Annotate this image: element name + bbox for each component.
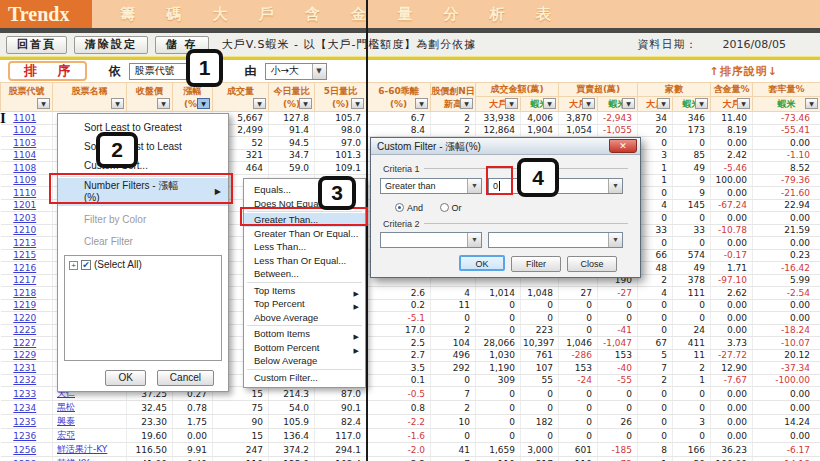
stock-code-link[interactable]: 1232 bbox=[13, 375, 36, 385]
table-cell: 0 bbox=[638, 137, 673, 150]
table-cell: 0.00 bbox=[711, 387, 753, 401]
table-cell: 2 bbox=[431, 124, 476, 137]
submenu-item[interactable]: Below Average bbox=[244, 354, 365, 368]
table-cell: -73.46 bbox=[753, 112, 820, 125]
stock-code-link[interactable]: 1210 bbox=[13, 225, 36, 235]
table-cell: 0.00 bbox=[711, 299, 753, 312]
table-cell: 0.00 bbox=[711, 237, 753, 250]
dropdown-ok-button[interactable]: OK bbox=[105, 370, 145, 386]
stock-code-link[interactable]: 1234 bbox=[13, 403, 36, 413]
stock-code-link[interactable]: 1217 bbox=[13, 275, 36, 285]
filter-button-icon[interactable]: ▼ bbox=[505, 98, 518, 109]
submenu-item[interactable]: Between... bbox=[244, 267, 365, 281]
filter-button-icon[interactable]: ▼ bbox=[415, 98, 428, 109]
filter-button-icon[interactable]: ▼ bbox=[622, 98, 635, 109]
stock-code-link[interactable]: 1227 bbox=[13, 338, 36, 348]
dialog-close-button[interactable]: Close bbox=[567, 256, 617, 272]
submenu-item[interactable]: Above Average bbox=[244, 311, 365, 325]
stock-code-link[interactable]: 1108 bbox=[13, 163, 36, 173]
radio-and[interactable] bbox=[395, 203, 404, 212]
submenu-item[interactable]: Top Items▶ bbox=[244, 284, 365, 298]
stock-code-link[interactable]: 1201 bbox=[13, 200, 36, 210]
clear-settings-button[interactable]: 清除設定 bbox=[74, 36, 148, 54]
filter-button-icon[interactable]: ▼ bbox=[737, 98, 750, 109]
submenu-item[interactable]: Custom Filter... bbox=[244, 371, 365, 385]
stock-code-link[interactable]: 1236 bbox=[13, 431, 36, 441]
stock-code-link[interactable]: 1110 bbox=[13, 188, 36, 198]
criteria2-value-input[interactable]: ▼ bbox=[488, 232, 623, 248]
criteria1-operator-select[interactable]: Greater than ▼ bbox=[380, 178, 482, 194]
stock-code-link[interactable]: 1233 bbox=[13, 389, 36, 399]
filter-button-icon[interactable]: ▼ bbox=[657, 98, 670, 109]
criteria2-operator-select[interactable]: ▼ bbox=[380, 232, 482, 248]
table-cell: 0 bbox=[638, 415, 673, 429]
dropdown-cancel-button[interactable]: Cancel bbox=[157, 370, 214, 386]
submenu-item[interactable]: Less Than Or Equal... bbox=[244, 254, 365, 268]
stock-code-link[interactable]: 1229 bbox=[13, 350, 36, 360]
stock-code-link[interactable]: 1102 bbox=[13, 125, 36, 135]
filter-button-icon[interactable]: ▼ bbox=[157, 98, 170, 109]
stock-name-link[interactable]: 黑松 bbox=[57, 402, 75, 412]
filter-value-listbox[interactable]: +✔(Select All) bbox=[64, 255, 222, 361]
close-icon[interactable]: ✕ bbox=[609, 139, 637, 153]
submenu-item[interactable]: Top Percent▶ bbox=[244, 297, 365, 311]
stock-code-link[interactable]: 1213 bbox=[13, 238, 36, 248]
stock-code-link[interactable]: 1101 bbox=[13, 113, 36, 123]
dialog-title-bar[interactable]: Custom Filter - 漲幅(%) ✕ bbox=[371, 138, 640, 155]
submenu-item[interactable]: Bottom Percent▶ bbox=[244, 341, 365, 355]
menu-item[interactable]: Sort Least to Greatest bbox=[58, 118, 228, 137]
column-header-3: 收盤價▼ bbox=[127, 83, 173, 112]
stock-name-link[interactable]: 宏亞 bbox=[57, 430, 75, 440]
filter-button-icon[interactable]: ▼ bbox=[253, 98, 266, 109]
table-cell: -27.72 bbox=[711, 349, 753, 362]
menu-item[interactable]: Sort Greatest to Least bbox=[58, 137, 228, 156]
sort-direction-select[interactable]: 小→大 ▼ bbox=[265, 63, 327, 80]
table-cell: 517 bbox=[521, 457, 559, 461]
stock-code-link[interactable]: 1216 bbox=[13, 263, 36, 273]
sort-button[interactable]: 排 序 bbox=[8, 61, 87, 81]
stock-code-link[interactable]: 1235 bbox=[13, 417, 36, 427]
dialog-title: Custom Filter - 漲幅(%) bbox=[377, 141, 481, 152]
checkbox-checked-icon[interactable]: ✔ bbox=[81, 260, 91, 270]
stock-code-link[interactable]: 1215 bbox=[13, 250, 36, 260]
filter-button-icon[interactable]: ▼ bbox=[111, 98, 124, 109]
stock-code-link[interactable]: 1203 bbox=[13, 213, 36, 223]
column-header-5: 成交量▼ bbox=[213, 83, 269, 112]
filter-button-icon[interactable]: ▼ bbox=[805, 98, 818, 109]
radio-or[interactable] bbox=[440, 203, 449, 212]
chevron-down-icon: ▼ bbox=[467, 233, 481, 247]
table-cell: -100.00 bbox=[753, 374, 820, 387]
stock-code-link[interactable]: 1218 bbox=[13, 288, 36, 298]
table-cell: 1216 bbox=[1, 262, 53, 275]
stock-name-link[interactable]: 鮮活果汁-KY bbox=[57, 444, 107, 454]
stock-code-link[interactable]: 1225 bbox=[13, 325, 36, 335]
table-cell: 4 bbox=[638, 287, 673, 300]
stock-name-link[interactable]: 興泰 bbox=[57, 416, 75, 426]
filter-button-icon[interactable]: ▼ bbox=[582, 98, 595, 109]
table-cell: 4 bbox=[638, 199, 673, 212]
dialog-ok-button[interactable]: OK bbox=[459, 255, 505, 271]
filter-button-icon[interactable]: ▼ bbox=[351, 98, 364, 109]
filter-button-icon[interactable]: ▼ bbox=[695, 98, 708, 109]
filter-button-icon[interactable]: ▼ bbox=[299, 98, 312, 109]
stock-code-link[interactable]: 1256 bbox=[13, 445, 36, 455]
submenu-item[interactable]: Less Than... bbox=[244, 240, 365, 254]
table-cell: 1203 bbox=[1, 212, 53, 225]
filter-button-icon[interactable]: ▼ bbox=[543, 98, 556, 109]
stock-code-link[interactable]: 1220 bbox=[13, 313, 36, 323]
stock-code-link[interactable]: 1219 bbox=[13, 300, 36, 310]
submenu-item[interactable]: Greater Than Or Equal... bbox=[244, 227, 365, 241]
filter-button-icon[interactable]: ▼ bbox=[197, 98, 210, 109]
expand-icon[interactable]: + bbox=[69, 261, 78, 270]
stock-code-link[interactable]: 1104 bbox=[13, 150, 36, 160]
stock-code-link[interactable]: 1109 bbox=[13, 175, 36, 185]
submenu-item[interactable]: Bottom Items▶ bbox=[244, 327, 365, 341]
sort-help-link[interactable]: ↑排序說明↓ bbox=[710, 64, 778, 79]
filter-button-icon[interactable]: ▼ bbox=[460, 98, 473, 109]
filter-button-icon[interactable]: ▼ bbox=[37, 98, 50, 109]
dialog-filter-button[interactable]: Filter bbox=[511, 256, 561, 272]
freeze-pane-divider bbox=[366, 0, 368, 461]
home-button[interactable]: 回首頁 bbox=[6, 36, 67, 54]
stock-code-link[interactable]: 1231 bbox=[13, 363, 36, 373]
stock-code-link[interactable]: 1103 bbox=[13, 138, 36, 148]
